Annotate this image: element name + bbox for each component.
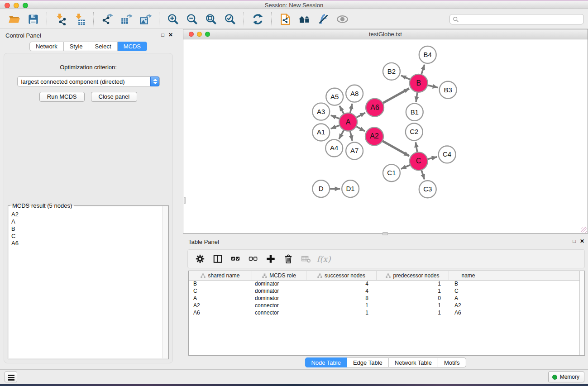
table-cell[interactable]: 4	[306, 288, 377, 295]
graph-node-A6[interactable]: A6	[366, 99, 384, 117]
tab-mcds[interactable]: MCDS	[118, 42, 147, 51]
table-cell[interactable]: A	[449, 295, 488, 302]
result-scrollbar[interactable]	[162, 206, 168, 358]
split-divider-handle[interactable]	[382, 232, 388, 235]
table-cell[interactable]: 1	[306, 302, 377, 310]
table-cell[interactable]: A6	[449, 310, 488, 317]
gear-icon[interactable]	[194, 253, 206, 264]
table-cell[interactable]: B	[189, 281, 252, 288]
function-builder-icon[interactable]: f(x)	[318, 253, 330, 264]
search-field[interactable]	[449, 14, 584, 24]
graph-node-A[interactable]: A	[339, 113, 357, 131]
clone-network-icon[interactable]	[278, 13, 292, 26]
table-cell[interactable]: connector	[252, 310, 306, 317]
table-cell[interactable]: connector	[252, 302, 306, 310]
import-network-icon[interactable]	[54, 13, 67, 26]
graph-node-A4[interactable]: A4	[325, 139, 343, 157]
table-cell[interactable]: 1	[377, 310, 449, 317]
zoom-out-icon[interactable]	[185, 13, 199, 26]
zoom-selected-icon[interactable]	[223, 13, 237, 26]
column-header[interactable]: successor nodes	[306, 271, 377, 280]
tab-network[interactable]: Network	[29, 42, 64, 51]
table-row[interactable]: Adominator80A	[189, 295, 584, 302]
table-row[interactable]: Cdominator41C	[189, 288, 584, 295]
graph-node-D[interactable]: D	[312, 180, 330, 197]
graph-node-A5[interactable]: A5	[326, 88, 343, 105]
mcds-result-item[interactable]: B	[11, 225, 168, 233]
delete-column-icon[interactable]	[282, 253, 294, 264]
graph-node-A3[interactable]: A3	[312, 103, 330, 120]
export-network-icon[interactable]	[100, 13, 114, 26]
home-view-icon[interactable]	[297, 13, 311, 26]
graph-node-B3[interactable]: B3	[440, 81, 457, 99]
save-session-icon[interactable]	[26, 13, 40, 26]
graph-node-C[interactable]: C	[410, 152, 428, 170]
mcds-result-item[interactable]: A2	[11, 211, 168, 218]
deselect-checks-icon[interactable]	[247, 253, 259, 264]
network-canvas[interactable]: B4B2BB3A8A5A6A3B1AA1C2A2A4A7C4CC1C3DD1	[183, 40, 588, 233]
table-cell[interactable]: 8	[306, 295, 377, 302]
table-cell[interactable]: 1	[306, 310, 377, 317]
table-cell[interactable]: C	[189, 288, 252, 295]
close-panel-button[interactable]: Close panel	[91, 92, 138, 102]
dropdown-stepper-icon[interactable]	[150, 76, 159, 86]
close-table-panel-icon[interactable]: ✕	[580, 238, 584, 244]
table-cell[interactable]: A2	[189, 302, 252, 310]
graph-node-B4[interactable]: B4	[419, 46, 436, 63]
graph-node-A2[interactable]: A2	[365, 128, 383, 146]
delete-table-icon[interactable]	[300, 253, 312, 264]
tab-edge-table[interactable]: Edge Table	[347, 357, 389, 367]
canvas-vscrollbar[interactable]	[184, 197, 186, 204]
graph-node-B1[interactable]: B1	[406, 104, 423, 121]
tab-style[interactable]: Style	[64, 42, 89, 51]
zoom-in-icon[interactable]	[166, 13, 180, 26]
export-image-icon[interactable]	[139, 13, 152, 26]
tab-node-table[interactable]: Node Table	[305, 357, 347, 367]
graph-node-A1[interactable]: A1	[312, 124, 330, 141]
table-scrollbar[interactable]	[579, 271, 584, 355]
float-table-panel-icon[interactable]: □	[573, 238, 576, 244]
table-cell[interactable]: dominator	[252, 288, 306, 295]
graphics-details-icon[interactable]	[316, 13, 330, 26]
graph-node-C2[interactable]: C2	[406, 124, 423, 141]
run-mcds-button[interactable]: Run MCDS	[39, 92, 85, 102]
open-file-icon[interactable]	[7, 13, 21, 26]
table-cell[interactable]: 0	[377, 295, 449, 302]
mcds-result-item[interactable]: A	[11, 218, 168, 225]
select-all-checks-icon[interactable]	[229, 253, 241, 264]
zoom-fit-icon[interactable]	[204, 13, 218, 26]
network-graph[interactable]: B4B2BB3A8A5A6A3B1AA1C2A2A4A7C4CC1C3DD1	[183, 40, 588, 233]
table-cell[interactable]: C	[449, 288, 488, 295]
table-cell[interactable]: A	[189, 295, 252, 302]
import-table-icon[interactable]	[73, 13, 86, 26]
table-cell[interactable]: B	[449, 281, 488, 288]
tab-motifs[interactable]: Motifs	[438, 357, 466, 367]
column-header[interactable]: predecessor nodes	[377, 271, 449, 280]
graph-node-C1[interactable]: C1	[383, 164, 400, 181]
float-panel-icon[interactable]: □	[161, 32, 164, 38]
add-column-icon[interactable]	[265, 253, 277, 264]
tab-network-table[interactable]: Network Table	[389, 357, 438, 367]
graph-node-C4[interactable]: C4	[439, 146, 456, 163]
show-panels-button[interactable]	[5, 372, 17, 382]
graph-node-A7[interactable]: A7	[346, 142, 363, 159]
graph-node-C3[interactable]: C3	[419, 181, 436, 198]
refresh-layout-icon[interactable]	[251, 13, 264, 26]
table-cell[interactable]: 1	[377, 302, 449, 310]
graph-node-B2[interactable]: B2	[383, 63, 400, 80]
column-header[interactable]: name	[449, 271, 488, 280]
show-hide-icon[interactable]	[335, 13, 349, 26]
table-cell[interactable]: 1	[377, 288, 449, 295]
table-cell[interactable]: A6	[189, 310, 252, 317]
optimization-criterion-dropdown[interactable]: largest connected component (directed)	[17, 76, 160, 86]
split-columns-icon[interactable]	[212, 253, 224, 264]
column-header[interactable]: shared name	[189, 271, 252, 280]
close-panel-icon[interactable]: ✕	[168, 32, 173, 38]
mcds-result-item[interactable]: C	[11, 233, 168, 240]
tab-select[interactable]: Select	[89, 42, 118, 51]
mcds-result-item[interactable]: A6	[11, 240, 168, 247]
graph-node-D1[interactable]: D1	[342, 180, 359, 197]
resize-grip-icon[interactable]	[581, 227, 587, 233]
table-cell[interactable]: dominator	[252, 295, 306, 302]
table-cell[interactable]: 4	[306, 281, 377, 288]
